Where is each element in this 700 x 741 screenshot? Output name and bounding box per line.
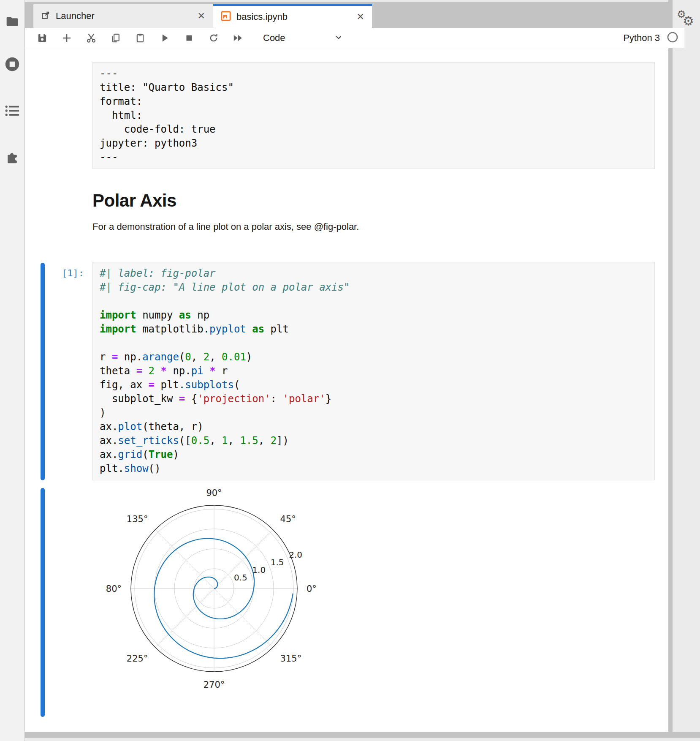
kernel-name: Python 3	[623, 33, 660, 44]
tab-basics-label: basics.ipynb	[236, 11, 355, 22]
svg-text:0.5: 0.5	[234, 572, 247, 583]
run-cell-button[interactable]	[157, 31, 172, 45]
cell-type-value: Code	[263, 33, 285, 44]
input-collapser[interactable]	[41, 263, 45, 480]
tab-basics-close-icon[interactable]: ✕	[355, 12, 366, 22]
tab-launcher-label: Launcher	[56, 11, 196, 22]
svg-text:2.0: 2.0	[289, 550, 302, 560]
running-sessions-icon	[5, 57, 20, 72]
svg-text:180°: 180°	[106, 584, 122, 594]
tab-bar: Launcher ✕ basics.ipynb ✕	[25, 2, 673, 28]
paste-icon	[135, 33, 146, 44]
code-cell[interactable]: [1]: #| label: fig-polar#| fig-cap: "A l…	[25, 262, 668, 480]
tab-launcher-close-icon[interactable]: ✕	[196, 11, 207, 21]
svg-text:1.0: 1.0	[252, 565, 266, 575]
svg-text:270°: 270°	[203, 680, 225, 690]
save-icon	[37, 33, 48, 44]
kernel-status-icon	[667, 31, 678, 45]
add-cell-icon	[61, 33, 72, 44]
svg-text:225°: 225°	[127, 654, 148, 664]
svg-text:135°: 135°	[127, 514, 148, 524]
chevron-down-icon	[334, 33, 343, 44]
output-gutter	[25, 487, 92, 719]
svg-text:45°: 45°	[280, 514, 296, 524]
notebook-icon	[221, 11, 231, 23]
interrupt-kernel-button[interactable]	[182, 31, 196, 45]
copy-cells-button[interactable]	[109, 31, 123, 45]
stop-icon	[184, 33, 195, 44]
puzzle-icon	[5, 149, 20, 164]
code-cell-gutter: [1]:	[25, 262, 92, 480]
cut-cells-button[interactable]	[84, 31, 98, 45]
markdown-paragraph: For a demonstration of a line plot on a …	[92, 221, 655, 232]
notebook-toolbar: Code Python 3	[25, 28, 684, 48]
table-of-contents-icon	[5, 104, 20, 117]
activity-bar	[0, 0, 25, 741]
svg-text:90°: 90°	[206, 488, 222, 498]
sidebar-item-table-of-contents[interactable]	[0, 101, 24, 120]
sidebar-item-running-sessions[interactable]	[0, 55, 24, 74]
svg-text:0°: 0°	[307, 584, 317, 594]
jupyterlab-window: Launcher ✕ basics.ipynb ✕ ⚙⚙	[0, 0, 700, 741]
right-sidebar-gutter: ⚙⚙	[673, 0, 700, 741]
output-cell: 0°45°90°135°180°225°270°315°0.51.01.52.0	[25, 487, 668, 719]
launcher-icon	[41, 11, 50, 22]
window-bottom-strip	[25, 732, 700, 738]
settings-gears-icon[interactable]: ⚙⚙	[676, 9, 696, 30]
folder-icon	[5, 15, 19, 27]
tab-basics-ipynb[interactable]: basics.ipynb ✕	[213, 4, 372, 28]
add-cell-button[interactable]	[60, 31, 74, 45]
svg-text:1.5: 1.5	[271, 557, 284, 567]
markdown-cell: Polar Axis For a demonstration of a line…	[92, 191, 655, 232]
kernel-indicator[interactable]: Python 3	[623, 31, 678, 45]
output-collapser[interactable]	[41, 488, 45, 717]
sidebar-item-file-browser[interactable]	[0, 12, 24, 30]
fast-forward-icon-button[interactable]	[231, 31, 245, 45]
restart-icon	[208, 33, 219, 44]
raw-cell-editor[interactable]: ---title: "Quarto Basics"format: html: c…	[92, 62, 655, 169]
notebook-content: ---title: "Quarto Basics"format: html: c…	[25, 48, 668, 732]
svg-text:315°: 315°	[280, 654, 302, 664]
restart-kernel-button[interactable]	[206, 31, 221, 45]
sidebar-item-extensions[interactable]	[0, 147, 24, 166]
raw-cell-gutter	[25, 62, 92, 169]
code-cell-editor[interactable]: #| label: fig-polar#| fig-cap: "A line p…	[92, 262, 655, 480]
cell-type-dropdown[interactable]: Code	[263, 33, 343, 44]
cut-icon	[86, 33, 97, 44]
paste-cells-button[interactable]	[133, 31, 147, 45]
panel-right-border	[668, 0, 673, 741]
window-bottom-light-strip	[25, 738, 700, 741]
page-title: Polar Axis	[92, 191, 655, 210]
fast-forward-icon	[232, 33, 244, 44]
tab-launcher[interactable]: Launcher ✕	[33, 4, 213, 28]
run-icon	[159, 33, 170, 44]
save-button[interactable]	[35, 31, 49, 45]
execution-count: [1]:	[62, 268, 84, 278]
raw-cell[interactable]: ---title: "Quarto Basics"format: html: c…	[25, 62, 668, 169]
polar-plot: 0°45°90°135°180°225°270°315°0.51.01.52.0	[106, 487, 322, 719]
copy-icon	[110, 33, 121, 44]
